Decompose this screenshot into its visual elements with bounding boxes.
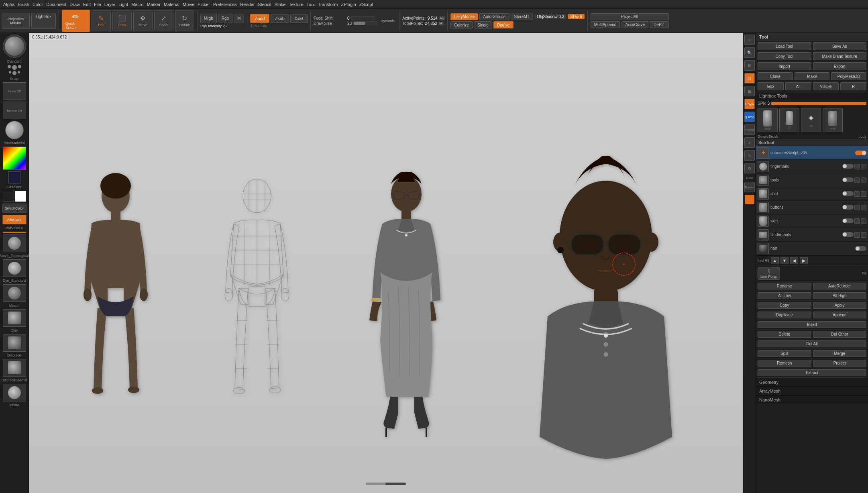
subtool-item-5[interactable]: skirt — [756, 214, 868, 228]
vr-fit-icon[interactable]: ⊞ — [744, 60, 755, 71]
subtool-extra-3[interactable] — [854, 191, 860, 197]
menu-movie[interactable]: Movie — [183, 2, 194, 7]
menu-transform[interactable]: Transform — [318, 2, 338, 7]
subtool-extra-1[interactable] — [854, 164, 860, 169]
import-btn[interactable]: Import — [758, 62, 811, 70]
focal-shift-slider[interactable] — [351, 16, 375, 20]
menu-zscript[interactable]: ZScript — [359, 2, 373, 7]
project-all-btn[interactable]: ProjectAll — [591, 13, 669, 20]
visible-btn[interactable]: Visible — [813, 82, 839, 90]
csmt-btn[interactable]: Csmt — [290, 14, 308, 23]
move-topological-thumb[interactable] — [3, 234, 26, 252]
subtool-extra-2[interactable] — [854, 177, 860, 183]
merge-btn[interactable]: Merge — [813, 350, 867, 357]
subtool-item-3[interactable]: shirt — [756, 187, 868, 201]
inflate-thumb[interactable] — [3, 384, 26, 401]
body-thumb-star[interactable]: ✦ 15 — [801, 108, 821, 132]
vr-local-icon[interactable]: L·Sym — [744, 99, 755, 109]
subtool-extra-5[interactable] — [854, 218, 860, 224]
subtool-extra2-2[interactable] — [861, 177, 866, 183]
vr-scroll-icon[interactable]: ≡ — [744, 35, 755, 45]
rename-btn[interactable]: Rename — [758, 283, 811, 289]
remesh-btn[interactable]: Remesh — [758, 360, 811, 367]
subtool-vis-6[interactable] — [842, 232, 854, 237]
nano-mesh-section[interactable]: NanoMesh — [756, 395, 868, 404]
line-polyp-btn[interactable]: ⌇ Line Polyp — [758, 267, 780, 280]
dynamic-btn[interactable]: Dynamic — [379, 19, 396, 23]
body-thumb-figure[interactable]: body — [758, 108, 778, 132]
menu-light[interactable]: Light — [118, 2, 128, 7]
go2-btn[interactable]: Go2 — [758, 82, 784, 90]
all-high-btn[interactable]: All High — [813, 292, 867, 299]
load-tool-btn[interactable]: Load Tool — [758, 42, 811, 50]
lazy-mouse-btn[interactable]: LazyMouse — [450, 13, 478, 20]
subtool-item-7[interactable]: hair — [756, 242, 868, 255]
subtool-vis-7[interactable] — [855, 246, 866, 251]
vr-persp-icon[interactable]: ⬡ — [744, 73, 755, 84]
split-btn[interactable]: Split — [758, 350, 811, 357]
menu-marker[interactable]: Marker — [147, 2, 161, 7]
r-btn[interactable]: R — [840, 82, 866, 90]
menu-draw[interactable]: Draw — [69, 2, 80, 7]
export-btn[interactable]: Export — [813, 62, 867, 70]
subtool-vis-4[interactable] — [842, 205, 854, 210]
array-mesh-section[interactable]: ArrayMesh — [756, 387, 868, 395]
vr-floor-icon[interactable]: ▦ — [744, 86, 755, 96]
lightbox-btn[interactable]: LightBox — [31, 13, 56, 29]
del-all-btn[interactable]: Del All — [758, 340, 866, 347]
subtool-extra-6[interactable] — [854, 232, 860, 238]
vr-xyz-icon[interactable]: Q·XYZ — [744, 112, 755, 122]
menu-macro[interactable]: Macro — [131, 2, 144, 7]
list-left-btn[interactable]: ◀ — [790, 257, 798, 264]
clone-btn[interactable]: Clone — [758, 72, 793, 80]
menu-alpha[interactable]: Alpha — [3, 2, 14, 7]
draw-size-slider[interactable] — [353, 21, 377, 25]
make-btn[interactable]: Make — [795, 72, 830, 80]
copy-tool-btn[interactable]: Copy Tool — [758, 52, 811, 60]
geometry-section[interactable]: Geometry — [756, 378, 868, 387]
del-other-btn[interactable]: Del Other — [813, 331, 867, 338]
subtool-extra2-5[interactable] — [861, 218, 866, 224]
menu-zplugin[interactable]: ZPlugin — [341, 2, 356, 7]
m-btn[interactable]: M — [234, 14, 244, 23]
scale-btn[interactable]: ⤢ Scale — [154, 10, 173, 31]
subtool-extra2-4[interactable] — [861, 205, 866, 210]
subtool-vis-5[interactable] — [842, 218, 854, 223]
debit-btn[interactable]: DeBIT — [650, 21, 668, 28]
double-btn[interactable]: Double — [493, 21, 513, 29]
subtool-extra2-3[interactable] — [861, 191, 866, 197]
menu-edit[interactable]: Edit — [83, 2, 91, 7]
store-mt-btn[interactable]: StoreMT — [511, 13, 533, 20]
subtool-extra-4[interactable] — [854, 205, 860, 210]
menu-material[interactable]: Material — [164, 2, 179, 7]
body-thumb-cylinder[interactable]: 15 — [779, 108, 799, 132]
menu-color[interactable]: Color — [33, 2, 43, 7]
subtool-item-6[interactable]: Underpants — [756, 228, 868, 242]
menu-texture[interactable]: Texture — [289, 2, 303, 7]
subtool-item-0[interactable]: ✦ characterSculpt_v05 — [756, 146, 868, 160]
brush-dots[interactable] — [8, 65, 21, 75]
lightbox-tools-section[interactable]: Lightbox Tools — [756, 92, 868, 100]
color-small[interactable] — [8, 171, 20, 183]
color-bg[interactable] — [15, 191, 26, 202]
rotate-btn[interactable]: ↻ Rotate — [175, 10, 194, 31]
menu-stencil[interactable]: Stencil — [258, 2, 271, 7]
save-as-btn[interactable]: Save As — [813, 42, 867, 50]
auto-groups-btn[interactable]: Auto Groups — [479, 13, 509, 20]
delete-btn[interactable]: Delete — [758, 331, 811, 338]
menu-tool[interactable]: Tool — [307, 2, 315, 7]
vr-zoom-icon[interactable]: 🔍 — [744, 47, 755, 58]
vr-transp-icon[interactable]: Transp — [744, 182, 755, 192]
menu-picker[interactable]: Picker — [198, 2, 210, 7]
apply-btn[interactable]: Apply — [813, 302, 867, 309]
alpha-thumb[interactable]: Alpha Off — [3, 82, 26, 100]
subtool-vis-1[interactable] — [842, 164, 854, 169]
all-low-btn[interactable]: All Low — [758, 292, 811, 299]
polymesh3d-btn[interactable]: PolyMesh3D — [831, 72, 866, 80]
append-btn[interactable]: Append — [813, 312, 867, 318]
duplicate-btn[interactable]: Duplicate — [758, 312, 811, 318]
edit-btn[interactable]: ✎ Edit — [92, 10, 111, 31]
color-swatch[interactable] — [3, 147, 26, 170]
extract-btn[interactable]: Extract — [758, 369, 866, 376]
brush-preview[interactable] — [3, 35, 26, 58]
